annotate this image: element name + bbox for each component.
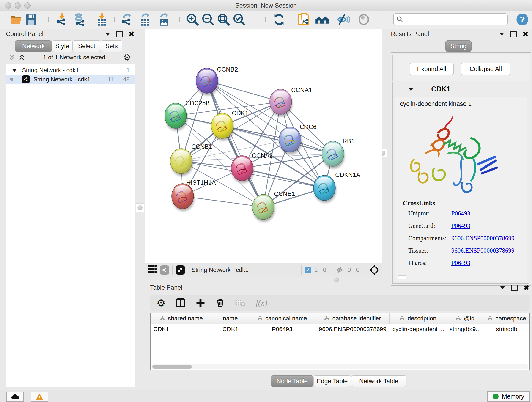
node-CCNA1[interactable] bbox=[270, 89, 292, 117]
gene-details: cyclin-dependent kinase 1 CrossLinks Uni… bbox=[394, 97, 527, 281]
node-CCNA2[interactable] bbox=[231, 156, 254, 183]
panel-menu-icon[interactable] bbox=[105, 32, 110, 36]
network-node-count: 11 bbox=[108, 76, 114, 83]
tab-select[interactable]: Select bbox=[72, 40, 101, 52]
panel-float-icon[interactable] bbox=[510, 31, 517, 37]
crosslink-link[interactable]: P06493 bbox=[451, 222, 470, 230]
import-network-file-button[interactable] bbox=[55, 12, 69, 27]
expand-all-button[interactable]: Expand All bbox=[410, 63, 454, 75]
grid-mode-icon[interactable] bbox=[148, 264, 157, 275]
birdseye-crosshair-icon[interactable] bbox=[369, 265, 380, 275]
import-table-icon bbox=[95, 13, 108, 26]
column-header-name[interactable]: name bbox=[212, 313, 249, 324]
table-hscrollbar[interactable] bbox=[152, 364, 528, 369]
network-collection-row[interactable]: String Network - cdk1 1 bbox=[6, 65, 135, 75]
gene-section-header[interactable]: CDK1 bbox=[393, 82, 529, 96]
houses-button[interactable] bbox=[315, 12, 329, 27]
panel-close-icon[interactable]: ✖ bbox=[523, 32, 528, 36]
node-CCNB1[interactable] bbox=[170, 148, 193, 176]
table-gear-icon[interactable]: ⚙ bbox=[157, 297, 165, 309]
tab-sets[interactable]: Sets bbox=[101, 40, 122, 52]
collapse-all-button[interactable]: Collapse All bbox=[461, 63, 510, 75]
crosslink-link[interactable]: 9606.ENSP00000378699 bbox=[451, 247, 514, 254]
sphere-button[interactable] bbox=[356, 12, 371, 27]
expand-all-icon[interactable] bbox=[18, 54, 25, 61]
panel-menu-icon[interactable] bbox=[500, 286, 505, 289]
tab-node-table[interactable]: Node Table bbox=[271, 375, 313, 387]
warning-button[interactable] bbox=[31, 392, 48, 402]
panel-float-icon[interactable] bbox=[511, 285, 518, 291]
zoom-selected-button[interactable] bbox=[232, 12, 247, 27]
node-CDKN1A[interactable] bbox=[313, 175, 336, 203]
tab-style[interactable]: Style bbox=[52, 40, 72, 52]
status-bar: Memory bbox=[0, 390, 532, 402]
edge-HIST1H1A-CCNE1[interactable] bbox=[183, 196, 263, 207]
open-session-button[interactable] bbox=[9, 12, 23, 27]
node-RB1[interactable] bbox=[322, 141, 345, 169]
import-table-file-button[interactable] bbox=[94, 12, 109, 27]
show-columns-icon[interactable] bbox=[176, 298, 186, 308]
crosslink-link[interactable]: P06493 bbox=[451, 210, 470, 217]
node-CDC6[interactable] bbox=[279, 127, 302, 154]
collapse-all-icon[interactable] bbox=[8, 54, 15, 61]
zoom-fit-button[interactable] bbox=[216, 12, 231, 27]
column-header-@id[interactable]: @id bbox=[446, 313, 484, 324]
node-CDK1[interactable] bbox=[211, 113, 234, 141]
memory-button[interactable]: Memory bbox=[487, 391, 530, 402]
import-network-database-button[interactable] bbox=[72, 12, 87, 27]
zoom-in-button[interactable] bbox=[185, 12, 200, 27]
crosslink-link[interactable]: 9606.ENSP00000378699 bbox=[451, 235, 514, 242]
duplicate-network-button[interactable] bbox=[297, 12, 311, 27]
column-header-namespace[interactable]: namespace bbox=[484, 313, 529, 324]
panel-close-icon[interactable]: ✖ bbox=[128, 32, 134, 36]
column-header-description[interactable]: description bbox=[390, 313, 446, 324]
export-image-button[interactable] bbox=[157, 12, 171, 27]
edge-CCNB2-CCNE1[interactable] bbox=[207, 81, 263, 207]
cloud-button[interactable] bbox=[6, 392, 24, 402]
collection-expand-icon[interactable] bbox=[12, 69, 17, 72]
node-CCNE1[interactable] bbox=[252, 194, 275, 222]
network-canvas[interactable]: CCNB2CCNA1CDC25BCDK1CDC6RB1CCNB1CCNA2CDK… bbox=[145, 29, 382, 263]
help-button[interactable]: ? bbox=[515, 12, 530, 27]
node-table[interactable]: shared namenamecanonical namedatabase id… bbox=[150, 313, 530, 370]
node-CDC25B[interactable] bbox=[165, 103, 187, 131]
mini-scrollbar[interactable] bbox=[398, 275, 406, 279]
export-network-button[interactable] bbox=[120, 12, 134, 27]
panel-float-icon[interactable] bbox=[116, 31, 123, 37]
zoom-out-button[interactable] bbox=[201, 12, 215, 27]
splitter-handle[interactable] bbox=[333, 276, 341, 283]
network-share-icon[interactable] bbox=[160, 265, 169, 274]
export-table-button[interactable] bbox=[138, 12, 152, 27]
tab-edge-table[interactable]: Edge Table bbox=[313, 375, 351, 387]
panel-close-icon[interactable]: ✖ bbox=[524, 286, 529, 290]
eye-slash-waves-icon bbox=[336, 13, 350, 26]
tab-network[interactable]: Network bbox=[15, 40, 52, 52]
selected-checkbox-icon[interactable]: ✓ bbox=[305, 267, 311, 273]
search-input[interactable] bbox=[405, 16, 505, 23]
node-HIST1H1A[interactable] bbox=[172, 184, 194, 211]
global-search-field[interactable] bbox=[393, 13, 508, 25]
network-row-selected[interactable]: String Network - cdk1 11 48 bbox=[6, 75, 135, 84]
cell-shared-name: CDK1 bbox=[151, 326, 212, 333]
crosslink-link[interactable]: P06493 bbox=[451, 259, 470, 267]
node-CCNB2[interactable] bbox=[196, 68, 219, 96]
hide-graphics-details-button[interactable] bbox=[336, 12, 351, 27]
table-panel-title: Table Panel bbox=[150, 284, 182, 291]
panel-menu-icon[interactable] bbox=[499, 32, 504, 36]
save-session-button[interactable] bbox=[24, 12, 38, 27]
network-list-gear-icon[interactable]: ⚙ bbox=[123, 52, 131, 62]
gene-collapse-icon[interactable] bbox=[408, 88, 413, 91]
delete-column-icon[interactable] bbox=[215, 298, 225, 307]
scrollbar-handle[interactable] bbox=[152, 365, 192, 369]
splitter-handle[interactable] bbox=[136, 203, 144, 212]
apply-layout-button[interactable] bbox=[272, 12, 286, 27]
column-header-shared-name[interactable]: shared name bbox=[151, 313, 212, 324]
add-column-icon[interactable] bbox=[196, 298, 205, 307]
network-graph[interactable]: CCNB2CCNA1CDC25BCDK1CDC6RB1CCNB1CCNA2CDK… bbox=[145, 29, 382, 263]
tab-network-table[interactable]: Network Table bbox=[351, 375, 406, 387]
detach-view-icon[interactable] bbox=[176, 265, 185, 274]
table-row[interactable]: CDK1CDK1P064939606.ENSP00000378699cyclin… bbox=[151, 324, 529, 334]
column-header-database-identifier[interactable]: database identifier bbox=[316, 313, 390, 324]
tab-string[interactable]: String bbox=[445, 40, 472, 52]
column-header-canonical-name[interactable]: canonical name bbox=[249, 313, 316, 324]
